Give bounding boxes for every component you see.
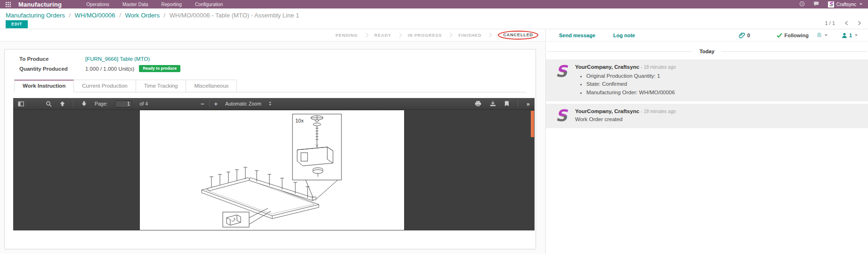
avatar[interactable]: SS [553, 63, 569, 79]
breadcrumb-mo-00006[interactable]: WH/MO/00006 [75, 12, 115, 19]
menu-reporting[interactable]: Reporting [162, 2, 182, 7]
send-message-button[interactable]: Send message [559, 33, 595, 38]
breadcrumb-separator: / [162, 12, 168, 19]
form-background: To Produce [FURN_9666] Table (MTO) Quant… [0, 41, 545, 254]
paperclip-icon [739, 32, 745, 38]
field-quantity-produced: Quantity Produced 1.000 / 1.000 Unit(s) … [19, 65, 535, 72]
subscription-bell-button[interactable] [816, 32, 827, 38]
pdf-zoom-out-icon[interactable]: − [201, 100, 204, 107]
breadcrumb-manufacturing-orders[interactable]: Manufacturing Orders [6, 12, 65, 19]
chevron-separator-icon [487, 33, 492, 38]
edit-button[interactable]: EDIT [6, 20, 28, 28]
bell-icon [816, 32, 822, 38]
user-menu[interactable]: SS Craftsync [828, 1, 862, 8]
user-name: Craftsync [836, 2, 856, 7]
pdf-zoom-select[interactable]: Automatic Zoom [222, 100, 275, 107]
pdf-search-icon[interactable] [46, 101, 52, 107]
pdf-scrollbar-thumb[interactable] [531, 111, 534, 137]
log-note-button[interactable]: Log note [613, 33, 635, 38]
status-finished[interactable]: FINISHED [452, 33, 487, 38]
message-body: Work Order created [575, 116, 861, 122]
tracking-value: State: Confirmed [586, 80, 861, 88]
date-divider-label: Today [699, 49, 714, 54]
pdf-sidebar-toggle-icon[interactable] [18, 101, 24, 107]
select-spinner-icon [268, 101, 272, 106]
message-author[interactable]: YourCompany, Craftsync [575, 64, 639, 70]
tab-work-instruction[interactable]: Work Instruction [14, 80, 74, 92]
to-produce-value-link[interactable]: [FURN_9666] Table (MTO) [85, 56, 150, 62]
control-panel: Manufacturing Orders / WH/MO/00006 / Wor… [0, 8, 868, 29]
message-timestamp: - 18 minutes ago [641, 109, 676, 114]
pdf-zoom-value: Automatic Zoom [225, 101, 261, 107]
pager-counter: 1 / 1 [825, 20, 835, 26]
pager-next-icon[interactable] [858, 21, 861, 25]
apps-grid-icon[interactable] [6, 2, 11, 7]
menu-configuration[interactable]: Configuration [195, 2, 223, 7]
tab-time-tracking[interactable]: Time Tracking [136, 80, 187, 92]
breadcrumb-separator: / [117, 12, 123, 19]
chevron-separator-icon [364, 33, 368, 38]
pdf-toolbar: Page: of 4 − + Automatic Zoom [13, 98, 535, 110]
form-sheet: To Produce [FURN_9666] Table (MTO) Quant… [4, 49, 536, 249]
chevron-down-icon [860, 3, 862, 5]
status-pending[interactable]: PENDING [329, 33, 364, 38]
pdf-page-total: of 4 [139, 101, 148, 107]
pdf-more-tools-icon[interactable]: » [527, 100, 530, 107]
menu-operations[interactable]: Operations [86, 2, 109, 7]
pdf-canvas-area[interactable]: 10x [13, 110, 535, 230]
avatar[interactable]: SS [553, 107, 569, 123]
navbar-right: SS Craftsync [799, 0, 862, 8]
breadcrumb: Manufacturing Orders / WH/MO/00006 / Wor… [6, 12, 861, 19]
tab-miscellaneous[interactable]: Miscellaneous [186, 80, 237, 92]
menu-master-data[interactable]: Master Data [122, 2, 148, 7]
chevron-separator-icon [397, 33, 402, 38]
pdf-print-icon[interactable] [475, 101, 481, 107]
field-to-produce: To Produce [FURN_9666] Table (MTO) [19, 56, 535, 62]
followers-button[interactable]: 1 [842, 33, 858, 38]
status-cancelled-active[interactable]: CANCELLED [492, 31, 544, 40]
chevron-separator-icon [448, 33, 453, 38]
record-pager: 1 / 1 [825, 20, 861, 26]
pdf-page: 10x [140, 110, 404, 230]
chatter-toolbar: Send message Log note 0 Following [546, 29, 868, 41]
cancelled-highlight-ring: CANCELLED [498, 31, 538, 40]
form-view: PENDING READY IN PROGRESS FINISHED CANCE… [0, 29, 546, 254]
toolbar-divider [209, 100, 210, 107]
pdf-zoom-in-icon[interactable]: + [214, 100, 218, 107]
pdf-bookmark-icon[interactable] [504, 101, 509, 107]
pdf-download-icon[interactable] [490, 101, 496, 107]
status-ready[interactable]: READY [368, 33, 397, 38]
assembly-illustration: 10x [140, 110, 404, 230]
status-in-progress[interactable]: IN PROGRESS [402, 33, 448, 38]
attachments-button[interactable]: 0 [739, 32, 750, 38]
top-navbar: Manufacturing Operations Master Data Rep… [0, 0, 868, 8]
inset-count-label: 10x [295, 118, 304, 123]
main-area: PENDING READY IN PROGRESS FINISHED CANCE… [0, 29, 868, 254]
tab-current-production[interactable]: Current Production [74, 80, 136, 92]
messages-icon[interactable] [813, 0, 819, 8]
to-produce-label: To Produce [19, 56, 85, 62]
quantity-produced-label: Quantity Produced [19, 66, 85, 72]
chatter-panel: Send message Log note 0 Following [546, 29, 868, 254]
pdf-previous-page-icon[interactable] [59, 101, 65, 107]
pdf-next-page-icon[interactable] [81, 101, 87, 107]
person-icon [842, 33, 847, 38]
quantity-produced-value: 1.000 / 1.000 Unit(s) [85, 66, 134, 72]
user-avatar: SS [828, 1, 834, 8]
pdf-page-label: Page: [95, 101, 107, 107]
pdf-page-input[interactable] [115, 100, 132, 107]
app-title[interactable]: Manufacturing [18, 1, 62, 8]
chevron-down-icon [825, 34, 827, 36]
breadcrumb-separator: / [66, 12, 73, 19]
check-icon [777, 33, 782, 38]
message-author[interactable]: YourCompany, Craftsync [575, 108, 639, 114]
message-timestamp: - 18 minutes ago [641, 65, 676, 70]
status-bar: PENDING READY IN PROGRESS FINISHED CANCE… [0, 29, 545, 41]
breadcrumb-work-orders[interactable]: Work Orders [125, 12, 159, 19]
tracking-value: Manufacturing Order: WH/MO/00006 [586, 89, 861, 97]
activities-icon[interactable] [799, 0, 805, 8]
following-button[interactable]: Following [777, 33, 809, 38]
pager-previous-icon[interactable] [844, 21, 848, 25]
pdf-viewer: Page: of 4 − + Automatic Zoom [13, 98, 535, 230]
breadcrumb-current: WH/MO/00006 - Table (MTO) - Assembly Lin… [170, 12, 300, 19]
